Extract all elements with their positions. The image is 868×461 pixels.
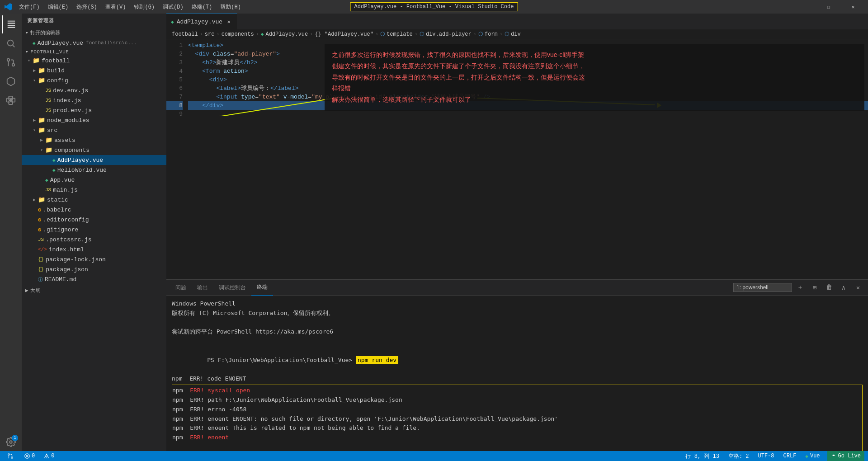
activity-source-control[interactable] [2, 53, 20, 71]
terminal-line-command: PS F:\Junior\WebApplication\Football_Vue… [172, 346, 863, 374]
tree-item-dev-env[interactable]: JS dev.env.js [22, 85, 166, 95]
maximize-button[interactable]: ❐ [818, 0, 839, 14]
panel: 问题 输出 调试控制台 终端 1: powershell ＋ ⊞ 🗑 ∧ ✕ W… [166, 279, 868, 451]
close-button[interactable]: ✕ [843, 0, 863, 14]
panel-chevron-up[interactable]: ∧ [837, 281, 850, 294]
menu-selection[interactable]: 选择(S) [73, 1, 101, 13]
tree-item-helloworld[interactable]: ◆ HelloWorld.vue [22, 165, 166, 175]
tree-item-assets[interactable]: ▶ 📁 assets [22, 135, 166, 145]
terminal-line: npm ERR! enoent This is related to npm n… [172, 423, 862, 433]
menu-terminal[interactable]: 终端(T) [188, 1, 216, 13]
command-highlight: npm run dev [356, 356, 398, 364]
golive-button[interactable]: Go Live [827, 451, 864, 461]
tab-bar: ◆ AddPlayey.vue ✕ [166, 14, 868, 29]
menu-debug[interactable]: 调试(D) [159, 1, 187, 13]
warning-icon [44, 453, 49, 459]
tree-item-index-html[interactable]: </> index.html [22, 245, 166, 254]
tree-item-football[interactable]: ▾ 📁 football [22, 56, 166, 66]
breadcrumb-components[interactable]: components [222, 31, 254, 38]
activity-bar: 1 [0, 14, 22, 451]
breadcrumb-src[interactable]: src [205, 31, 215, 38]
line-numbers: 1 2 3 4 5 6 7 8 9 [166, 41, 188, 116]
breadcrumb-form[interactable]: form [485, 31, 498, 38]
status-language[interactable]: ◆ Vue [803, 451, 821, 461]
title-bar-left: 文件(F) 编辑(E) 选择(S) 查看(V) 转到(G) 调试(D) 终端(T… [5, 1, 245, 13]
panel-tab-terminal[interactable]: 终端 [251, 280, 273, 296]
panel-add-button[interactable]: ＋ [794, 281, 807, 294]
status-errors[interactable]: 0 [23, 451, 37, 461]
folder-header[interactable]: ▾ FOOTBALL_VUE [22, 48, 166, 56]
status-source-control[interactable] [4, 451, 17, 461]
menu-view[interactable]: 查看(V) [102, 1, 130, 13]
error-highlight-box: npm ERR! syscall open npm ERR! path F:\J… [172, 385, 863, 451]
status-encoding[interactable]: UTF-8 [756, 451, 776, 461]
menu-edit[interactable]: 编辑(E) [44, 1, 72, 13]
breadcrumb-file[interactable]: AddPlayey.vue [265, 31, 308, 38]
minimize-button[interactable]: — [794, 0, 815, 14]
outline-header[interactable]: ▶ 大纲 [22, 286, 166, 295]
tree-item-babelrc[interactable]: ⚙ .babelrc [22, 205, 166, 215]
status-line-ending[interactable]: CRLF [782, 451, 798, 461]
tree-item-readme[interactable]: ⓘ README.md [22, 274, 166, 284]
tree-item-app-vue[interactable]: ◆ App.vue [22, 175, 166, 185]
open-editors-header[interactable]: ▾ 打开的编辑器 [22, 28, 166, 38]
terminal-select[interactable]: 1: powershell [733, 283, 792, 292]
status-warnings[interactable]: 0 [42, 451, 56, 461]
tree-item-postcssrc[interactable]: JS .postcssrc.js [22, 235, 166, 245]
tree-item-components[interactable]: ▾ 📁 components [22, 145, 166, 155]
tree-item-index-js-config[interactable]: JS index.js [22, 95, 166, 105]
tree-item-main-js[interactable]: JS main.js [22, 185, 166, 195]
svg-point-21 [47, 457, 47, 458]
code-content: <template> <div class="add-player"> <h2>… [188, 41, 868, 116]
breadcrumb-div[interactable]: div [511, 31, 521, 38]
tree-item-addplayey[interactable]: ◆ AddPlayey.vue [22, 155, 166, 165]
tree-item-config[interactable]: ▾ 📁 config [22, 75, 166, 85]
panel-tab-output[interactable]: 输出 [192, 280, 213, 296]
activity-search[interactable] [2, 34, 20, 52]
menu-goto[interactable]: 转到(G) [130, 1, 158, 13]
tree-item-prod-env[interactable]: JS prod.env.js [22, 105, 166, 115]
menu-file[interactable]: 文件(F) [15, 1, 43, 13]
terminal-line [172, 318, 863, 328]
activity-extensions[interactable] [2, 91, 20, 109]
status-line-col[interactable]: 行 8, 列 13 [684, 451, 721, 461]
panel-tab-problems[interactable]: 问题 [170, 280, 192, 296]
tree-item-node-modules[interactable]: ▶ 📁 node_modules [22, 115, 166, 125]
svg-line-1 [13, 45, 14, 47]
breadcrumb-template[interactable]: template [387, 31, 413, 38]
activity-settings[interactable]: 1 [2, 433, 20, 451]
menu-bar: 文件(F) 编辑(E) 选择(S) 查看(V) 转到(G) 调试(D) 终端(T… [15, 1, 245, 13]
terminal-line: npm ERR! errno -4058 [172, 405, 862, 414]
panel-trash-button[interactable]: 🗑 [823, 281, 835, 294]
tree-item-gitignore[interactable]: ⚙ .gitignore [22, 225, 166, 235]
open-editor-file[interactable]: ◆ AddPlayey.vue football\src\c... [22, 38, 166, 48]
menu-help[interactable]: 帮助(H) [217, 1, 245, 13]
terminal-line: npm ERR! code ENOENT [172, 374, 863, 384]
breadcrumb-football[interactable]: football [172, 31, 198, 38]
panel-close-button[interactable]: ✕ [852, 281, 864, 294]
panel-tab-debug-console[interactable]: 调试控制台 [213, 280, 251, 296]
svg-point-0 [8, 40, 14, 46]
tab-close-button[interactable]: ✕ [225, 18, 232, 25]
tab-addplayey[interactable]: ◆ AddPlayey.vue ✕ [166, 14, 237, 29]
tree-item-build[interactable]: ▶ 📁 build [22, 66, 166, 75]
tree-item-package-lock[interactable]: {} package-lock.json [22, 254, 166, 264]
vscode-icon [5, 3, 12, 10]
tree-item-static[interactable]: ▶ 📁 static [22, 195, 166, 205]
status-spaces[interactable]: 空格: 2 [726, 451, 751, 461]
status-left: 0 0 [4, 451, 56, 461]
activity-debug[interactable] [2, 72, 20, 90]
panel-split-button[interactable]: ⊞ [808, 281, 821, 294]
svg-point-3 [7, 59, 10, 61]
terminal-line: npm ERR! path F:\Junior\WebApplication\F… [172, 395, 862, 405]
tree-item-editorconfig[interactable]: ⚙ .editorconfig [22, 215, 166, 225]
sidebar: 资源管理器 ▾ 打开的编辑器 ◆ AddPlayey.vue football\… [22, 14, 166, 451]
breadcrumb-div-add-player[interactable]: div.add-player [426, 31, 472, 38]
svg-point-14 [11, 457, 13, 459]
tree-item-package-json[interactable]: {} package.json [22, 264, 166, 274]
window-title: AddPlayey.vue - Football_Vue - Visual St… [350, 2, 518, 11]
terminal-content: Windows PowerShell 版权所有 (C) Microsoft Co… [166, 296, 868, 451]
tree-item-src[interactable]: ▾ 📁 src [22, 125, 166, 135]
breadcrumb-addplayey-json[interactable]: {} "AddPlayey.vue" [315, 31, 373, 38]
activity-explorer[interactable] [2, 15, 20, 33]
